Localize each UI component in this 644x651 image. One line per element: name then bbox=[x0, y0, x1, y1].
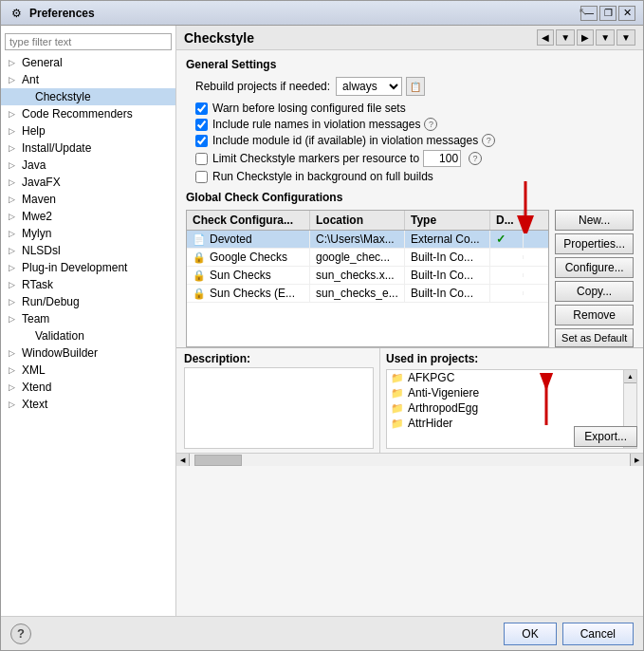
tree-arrow-icon: ▷ bbox=[9, 382, 20, 392]
tree-arrow-icon: ▷ bbox=[9, 246, 20, 255]
col-location: Location bbox=[310, 211, 405, 230]
remove-button[interactable]: Remove bbox=[555, 305, 634, 326]
new-button[interactable]: New... bbox=[555, 210, 634, 231]
sidebar-item-general[interactable]: ▷General bbox=[1, 54, 175, 71]
nav-dropdown-btn[interactable]: ▼ bbox=[556, 29, 575, 46]
cell-name: 🔒Google Checks bbox=[187, 249, 310, 266]
sidebar-items: ▷General▷AntCheckstyle▷Code Recommenders… bbox=[1, 54, 175, 413]
cell-name-text: Devoted bbox=[210, 232, 252, 246]
tree-arrow-icon: ▷ bbox=[9, 126, 20, 136]
description-box bbox=[184, 367, 374, 449]
checkbox-warn-file-sets[interactable] bbox=[195, 102, 208, 115]
sidebar-item-label: Ant bbox=[22, 73, 39, 86]
help-icon[interactable]: ? bbox=[424, 118, 437, 131]
sidebar-item-run-debug[interactable]: ▷Run/Debug bbox=[1, 293, 175, 310]
sidebar-item-mwe2[interactable]: ▷Mwe2 bbox=[1, 208, 175, 225]
sidebar-item-nlsdsl[interactable]: ▷NLSDsl bbox=[1, 242, 175, 259]
global-config-area: Check Configura... Location Type D... 📄D… bbox=[186, 210, 634, 347]
sidebar-item-xtend[interactable]: ▷Xtend bbox=[1, 379, 175, 396]
checkbox-row-include-module-id: Include module id (if available) in viol… bbox=[195, 134, 634, 147]
hscroll-thumb[interactable] bbox=[194, 455, 242, 466]
sidebar-item-xml[interactable]: ▷XML bbox=[1, 362, 175, 379]
checkbox-row-warn-file-sets: Warn before losing configured file sets bbox=[195, 102, 634, 115]
checkboxes-container: Warn before losing configured file setsI… bbox=[195, 102, 634, 183]
help-icon[interactable]: ? bbox=[482, 134, 495, 147]
vscroll-up[interactable]: ▲ bbox=[624, 370, 636, 383]
project-name: AttrHider bbox=[408, 417, 452, 430]
ok-button[interactable]: OK bbox=[504, 623, 556, 645]
rebuild-select[interactable]: always never prompt bbox=[336, 77, 402, 96]
forward-button[interactable]: ▶ bbox=[577, 29, 594, 46]
copy-button[interactable]: Copy... bbox=[555, 281, 634, 302]
table-row-google[interactable]: 🔒Google Checksgoogle_chec...Built-In Co.… bbox=[187, 249, 548, 267]
lock-icon: 🔒 bbox=[193, 270, 206, 282]
cell-default bbox=[490, 291, 524, 295]
maximize-button[interactable]: ❐ bbox=[599, 6, 616, 21]
sidebar-item-label: JavaFX bbox=[22, 176, 61, 189]
tree-arrow-icon: ▷ bbox=[9, 348, 20, 358]
cell-default: ✓ bbox=[490, 231, 524, 248]
cancel-button[interactable]: Cancel bbox=[562, 623, 634, 645]
checkbox-include-rule-names[interactable] bbox=[195, 119, 208, 131]
help-button[interactable]: ? bbox=[10, 623, 31, 644]
close-button[interactable]: ✕ bbox=[618, 6, 635, 21]
checkbox-run-background[interactable] bbox=[195, 171, 208, 183]
project-item[interactable]: 📁AFKPGC bbox=[387, 370, 623, 385]
tree-arrow-icon: ▷ bbox=[9, 143, 20, 153]
tree-arrow-icon: ▷ bbox=[9, 160, 20, 170]
cell-default bbox=[490, 255, 524, 259]
sidebar-item-team[interactable]: ▷Team bbox=[1, 310, 175, 327]
sidebar-item-code-recommenders[interactable]: ▷Code Recommenders bbox=[1, 105, 175, 122]
sidebar-item-plugin-dev[interactable]: ▷Plug-in Development bbox=[1, 259, 175, 276]
sidebar-item-java[interactable]: ▷Java bbox=[1, 157, 175, 174]
preferences-window: ⚙ Preferences ↖ — ❐ ✕ ▷General▷AntChecks… bbox=[0, 0, 644, 651]
sidebar-item-help[interactable]: ▷Help bbox=[1, 122, 175, 140]
sidebar-item-validation[interactable]: Validation bbox=[1, 327, 175, 344]
sidebar-item-label: Team bbox=[22, 312, 49, 326]
hscroll-left[interactable]: ◀ bbox=[176, 454, 190, 466]
back-button[interactable]: ◀ bbox=[537, 29, 554, 46]
cell-location: sun_checks.x... bbox=[310, 267, 405, 284]
project-item[interactable]: 📁Anti-Vigeniere bbox=[387, 385, 623, 400]
sidebar-item-maven[interactable]: ▷Maven bbox=[1, 191, 175, 208]
rebuild-icon-btn[interactable]: 📋 bbox=[406, 77, 425, 96]
hscroll-right[interactable]: ▶ bbox=[630, 454, 643, 466]
forward-dropdown-btn[interactable]: ▼ bbox=[596, 29, 615, 46]
nav-arrows: ◀ ▼ ▶ ▼ ▼ bbox=[537, 29, 635, 46]
set-default-button[interactable]: Set as Default bbox=[555, 328, 634, 347]
filter-input[interactable] bbox=[5, 33, 172, 50]
used-in-projects-label: Used in projects: bbox=[386, 352, 478, 365]
sidebar-item-mylyn[interactable]: ▷Mylyn bbox=[1, 225, 175, 242]
lock-icon: 🔒 bbox=[193, 288, 206, 300]
project-icon: 📁 bbox=[391, 402, 404, 415]
sidebar-item-label: Install/Update bbox=[22, 141, 91, 155]
table-row-devoted[interactable]: 📄DevotedC:\Users\Max...External Co...✓ bbox=[187, 231, 548, 249]
limit-number-input[interactable] bbox=[423, 150, 461, 167]
sidebar-item-label: Checkstyle bbox=[35, 90, 91, 103]
project-name: Anti-Vigeniere bbox=[408, 386, 479, 400]
checkbox-limit-markers[interactable] bbox=[195, 153, 208, 165]
sidebar-item-install-update[interactable]: ▷Install/Update bbox=[1, 140, 175, 157]
project-name: AFKPGC bbox=[408, 371, 454, 384]
cell-name: 🔒Sun Checks bbox=[187, 267, 310, 284]
help-icon[interactable]: ? bbox=[469, 152, 482, 165]
sidebar-item-ant[interactable]: ▷Ant bbox=[1, 71, 175, 88]
configure-button[interactable]: Configure... bbox=[555, 257, 634, 278]
checkbox-row-run-background: Run Checkstyle in background on full bui… bbox=[195, 170, 634, 183]
table-row-sun-e[interactable]: 🔒Sun Checks (E...sun_checks_e...Built-In… bbox=[187, 285, 548, 303]
sidebar-item-checkstyle[interactable]: Checkstyle bbox=[1, 88, 175, 105]
project-item[interactable]: 📁ArthropodEgg bbox=[387, 400, 623, 416]
sidebar-item-rtask[interactable]: ▷RTask bbox=[1, 276, 175, 293]
cell-location: C:\Users\Max... bbox=[310, 231, 405, 248]
checkbox-include-module-id[interactable] bbox=[195, 135, 208, 147]
sidebar-item-javafx[interactable]: ▷JavaFX bbox=[1, 174, 175, 191]
table-row-sun[interactable]: 🔒Sun Checkssun_checks.x...Built-In Co... bbox=[187, 267, 548, 285]
properties-button[interactable]: Properties... bbox=[555, 233, 634, 254]
export-button[interactable]: Export... bbox=[574, 426, 637, 447]
sidebar-item-xtext[interactable]: ▷Xtext bbox=[1, 396, 175, 413]
main-content: ▷General▷AntCheckstyle▷Code Recommenders… bbox=[1, 26, 643, 616]
col-default: D... bbox=[490, 211, 524, 230]
nav-menu-btn[interactable]: ▼ bbox=[616, 29, 635, 46]
sidebar-item-window-builder[interactable]: ▷WindowBuilder bbox=[1, 344, 175, 362]
cell-type: Built-In Co... bbox=[405, 267, 490, 284]
